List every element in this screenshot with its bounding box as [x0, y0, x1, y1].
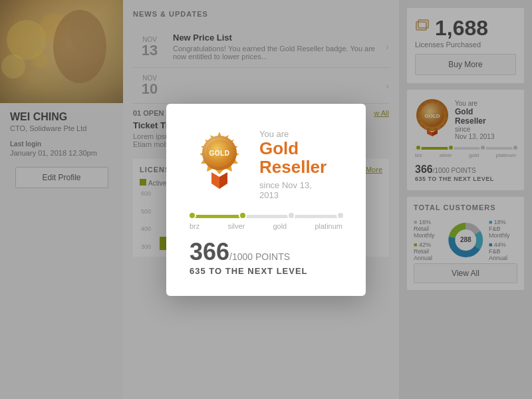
modal-since: since Nov 13, 2013 [259, 180, 342, 200]
modal-progress-section: brz silver gold platinum [190, 215, 342, 230]
modal-progress-fill [190, 215, 245, 218]
modal-dot-gold [287, 211, 295, 219]
svg-text:GOLD: GOLD [209, 150, 230, 157]
modal-you-are: You are [259, 129, 342, 139]
modal-progress-track [190, 215, 342, 218]
modal-badge-svg: GOLD [190, 130, 249, 200]
modal-points-max: /1000 POINTS [229, 251, 290, 262]
modal-text-area: You are Gold Reseller since Nov 13, 2013 [259, 124, 342, 200]
modal-points-section: 366/1000 POINTS 635 TO THE NEXT LEVEL [190, 238, 342, 276]
modal-overlay[interactable]: GOLD You are Gold Reseller since Nov 13,… [0, 0, 532, 399]
modal-badge-area: GOLD [190, 124, 249, 203]
svg-marker-25 [219, 172, 227, 189]
modal-title-line1: Gold [259, 139, 342, 158]
modal-progress-labels: brz silver gold platinum [190, 222, 342, 230]
modal-next-level: 635 TO THE NEXT LEVEL [190, 266, 342, 276]
modal-dot-platinum [336, 211, 344, 219]
modal-dot-brz [188, 211, 196, 219]
modal-content: GOLD You are Gold Reseller since Nov 13,… [190, 124, 342, 203]
svg-marker-24 [211, 172, 219, 189]
modal-dot-silver [239, 211, 247, 219]
modal-points-num: 366 [190, 238, 229, 265]
modal-title-line2: Reseller [259, 158, 342, 177]
modal-box: GOLD You are Gold Reseller since Nov 13,… [166, 104, 366, 296]
